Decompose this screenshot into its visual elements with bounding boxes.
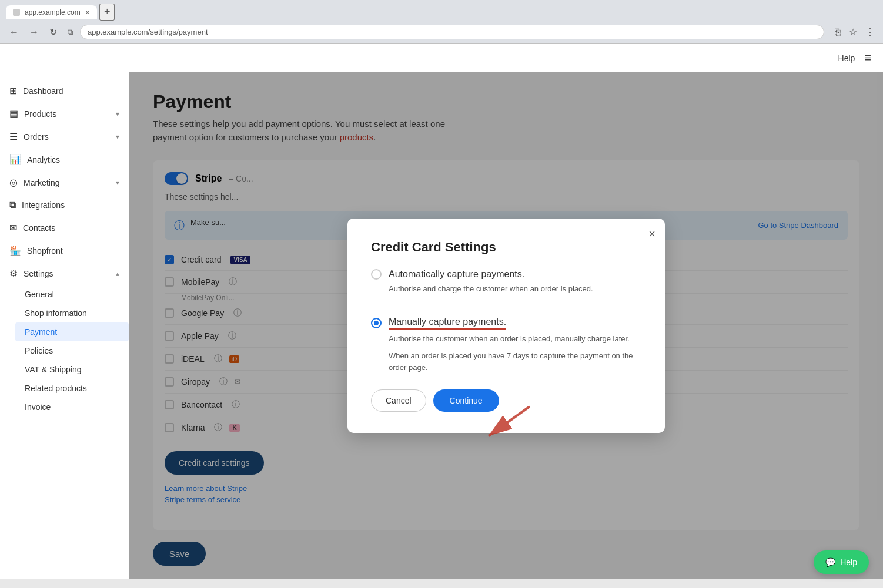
settings-submenu: General Shop information Payment Policie…	[0, 285, 129, 416]
modal-overlay: × Credit Card Settings Automatically cap…	[129, 72, 883, 579]
sidebar-label-contacts: Contacts	[23, 223, 119, 233]
manual-capture-radio[interactable]	[371, 318, 382, 328]
contacts-icon: ✉	[9, 222, 17, 233]
sidebar-sub-payment[interactable]: Payment	[15, 322, 129, 341]
sidebar-item-integrations[interactable]: ⧉ Integrations	[0, 194, 129, 216]
sidebar-item-analytics[interactable]: 📊 Analytics	[0, 148, 129, 171]
help-bubble-icon: 💬	[825, 557, 835, 567]
help-float-button[interactable]: 💬 Help	[814, 550, 869, 574]
marketing-icon: ◎	[9, 177, 18, 188]
app-topbar: Help ≡	[0, 44, 883, 72]
active-tab[interactable]: app.example.com ×	[6, 5, 97, 19]
manual-capture-desc1: Authorise the customer when an order is …	[389, 333, 641, 345]
arrow-svg	[471, 401, 541, 448]
sidebar-item-settings[interactable]: ⚙ Settings ▴	[0, 262, 129, 285]
new-tab-button[interactable]: +	[99, 4, 115, 21]
auto-capture-label[interactable]: Automatically capture payments.	[389, 269, 524, 280]
manual-capture-option: Manually capture payments. Authorise the…	[371, 317, 641, 374]
sidebar-sub-invoice[interactable]: Invoice	[25, 398, 129, 416]
shopfront-icon: 🏪	[9, 245, 21, 256]
tab-bar: app.example.com × +	[6, 4, 877, 21]
tab-close-icon[interactable]: ×	[85, 8, 90, 17]
sidebar-item-dashboard[interactable]: ⊞ Dashboard	[0, 79, 129, 102]
topbar-menu-icon[interactable]: ≡	[864, 51, 871, 65]
translate-icon[interactable]: ⎘	[832, 25, 843, 40]
manual-capture-desc2: When an order is placed you have 7 days …	[389, 350, 641, 373]
modal-title: Credit Card Settings	[371, 240, 641, 255]
orders-icon: ☰	[9, 131, 18, 142]
svg-line-1	[489, 406, 530, 436]
products-chevron-icon: ▾	[116, 110, 119, 118]
extensions-button[interactable]: ⧉	[64, 25, 76, 39]
app-wrapper: Help ≡ ⊞ Dashboard ▤ Products ▾ ☰ Orders…	[0, 44, 883, 579]
settings-chevron-icon: ▴	[116, 270, 119, 278]
modal-close-button[interactable]: ×	[648, 228, 655, 240]
help-float-label: Help	[840, 557, 857, 567]
bookmark-icon[interactable]: ☆	[847, 24, 859, 40]
dashboard-icon: ⊞	[9, 85, 17, 96]
sidebar-item-shopfront[interactable]: 🏪 Shopfront	[0, 239, 129, 262]
settings-icon: ⚙	[9, 268, 18, 279]
sidebar-label-marketing: Marketing	[24, 178, 110, 187]
app-body: ⊞ Dashboard ▤ Products ▾ ☰ Orders ▾ 📊 An…	[0, 72, 883, 579]
sidebar-sub-general[interactable]: General	[25, 285, 129, 304]
back-button[interactable]: ←	[6, 25, 22, 40]
sidebar-label-integrations: Integrations	[22, 200, 119, 210]
sidebar-item-contacts[interactable]: ✉ Contacts	[0, 216, 129, 239]
sidebar-label-dashboard: Dashboard	[23, 86, 119, 96]
forward-button[interactable]: →	[26, 25, 42, 40]
browser-nav: ← → ↻ ⧉ ⎘ ☆ ⋮	[6, 24, 877, 40]
browser-chrome: app.example.com × + ← → ↻ ⧉ ⎘ ☆ ⋮	[0, 0, 883, 44]
sidebar-label-shopfront: Shopfront	[27, 246, 119, 256]
topbar-help-button[interactable]: Help	[838, 53, 855, 63]
auto-capture-radio[interactable]	[371, 269, 382, 280]
orders-chevron-icon: ▾	[116, 133, 119, 141]
more-options-icon[interactable]: ⋮	[863, 24, 877, 40]
sidebar-label-products: Products	[24, 109, 110, 119]
auto-capture-desc: Authorise and charge the customer when a…	[389, 283, 641, 295]
modal-divider	[371, 307, 641, 307]
reload-button[interactable]: ↻	[46, 24, 61, 40]
manual-capture-label[interactable]: Manually capture payments.	[389, 317, 506, 330]
browser-action-buttons: ⎘ ☆ ⋮	[832, 24, 877, 40]
cancel-button[interactable]: Cancel	[371, 389, 426, 412]
sidebar-sub-policies[interactable]: Policies	[25, 341, 129, 360]
sidebar-label-analytics: Analytics	[27, 155, 119, 164]
sidebar: ⊞ Dashboard ▤ Products ▾ ☰ Orders ▾ 📊 An…	[0, 72, 129, 579]
analytics-icon: 📊	[9, 154, 21, 165]
sidebar-sub-vat-shipping[interactable]: VAT & Shipping	[25, 360, 129, 379]
main-content: Payment These settings help you add paym…	[129, 72, 883, 579]
manual-capture-row: Manually capture payments.	[371, 317, 641, 330]
auto-capture-option: Automatically capture payments. Authoris…	[371, 269, 641, 295]
arrow-annotation	[471, 401, 541, 450]
sidebar-label-orders: Orders	[24, 132, 110, 142]
sidebar-label-settings: Settings	[24, 269, 110, 278]
products-icon: ▤	[9, 108, 18, 119]
marketing-chevron-icon: ▾	[116, 179, 119, 187]
sidebar-sub-related-products[interactable]: Related products	[25, 379, 129, 398]
sidebar-item-products[interactable]: ▤ Products ▾	[0, 102, 129, 125]
integrations-icon: ⧉	[9, 200, 16, 210]
auto-capture-row: Automatically capture payments.	[371, 269, 641, 280]
url-bar[interactable]	[80, 25, 824, 39]
sidebar-item-orders[interactable]: ☰ Orders ▾	[0, 125, 129, 148]
sidebar-sub-shop-information[interactable]: Shop information	[25, 304, 129, 322]
sidebar-item-marketing[interactable]: ◎ Marketing ▾	[0, 171, 129, 194]
